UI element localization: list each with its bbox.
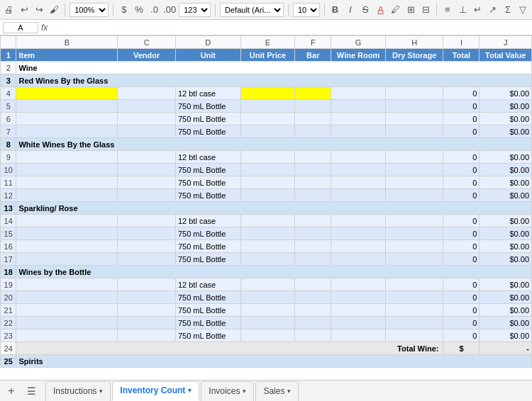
- cell-unit-price-11[interactable]: [240, 176, 295, 189]
- align-icon[interactable]: ≡: [441, 3, 453, 17]
- cell-wine-room-12[interactable]: [331, 189, 386, 202]
- strikethrough-icon[interactable]: S: [359, 3, 371, 17]
- col-header-a[interactable]: [1, 36, 16, 49]
- cell-vendor-4[interactable]: [118, 87, 176, 100]
- cell-wine-room-10[interactable]: [331, 164, 386, 176]
- cell-total-value-10[interactable]: $0.00: [480, 164, 532, 176]
- cell-total-16[interactable]: 0: [443, 240, 480, 253]
- cell-vendor-14[interactable]: [118, 215, 176, 227]
- cell-wine-room-5[interactable]: [331, 100, 386, 113]
- cell-unit-price-21[interactable]: [240, 304, 295, 317]
- sheet-menu-button[interactable]: ☰: [23, 383, 40, 400]
- number-format-select[interactable]: 123: [179, 3, 211, 17]
- cell-unit-9[interactable]: 12 btl case: [175, 151, 240, 164]
- merge-icon[interactable]: ⊟: [420, 3, 432, 17]
- cell-total-15[interactable]: 0: [443, 227, 480, 240]
- tab-instructions-arrow[interactable]: ▾: [99, 388, 103, 395]
- cell-dry-storage-21[interactable]: [385, 304, 443, 317]
- cell-total-6[interactable]: 0: [443, 113, 480, 125]
- cell-vendor-17[interactable]: [118, 253, 176, 266]
- text-color-icon[interactable]: A: [375, 3, 387, 17]
- cell-vendor-20[interactable]: [118, 291, 176, 304]
- cell-total-value-11[interactable]: $0.00: [480, 176, 532, 189]
- cell-wine-room-23[interactable]: [331, 329, 386, 342]
- cell-total-value-20[interactable]: $0.00: [480, 291, 532, 304]
- cell-vendor-6[interactable]: [118, 113, 176, 125]
- cell-unit-15[interactable]: 750 mL Bottle: [175, 227, 240, 240]
- cell-bar-10[interactable]: [295, 164, 331, 176]
- font-size-select[interactable]: 10: [293, 3, 320, 17]
- cell-unit-price-23[interactable]: [240, 329, 295, 342]
- cell-bar-21[interactable]: [295, 304, 331, 317]
- cell-total-value-5[interactable]: $0.00: [480, 100, 532, 113]
- cell-item-16[interactable]: [16, 240, 118, 253]
- cell-total-21[interactable]: 0: [443, 304, 480, 317]
- cell-wine-room-17[interactable]: [331, 253, 386, 266]
- cell-item-17[interactable]: [16, 253, 118, 266]
- cell-item-20[interactable]: [16, 291, 118, 304]
- cell-vendor-5[interactable]: [118, 100, 176, 113]
- cell-total-19[interactable]: 0: [443, 278, 480, 291]
- cell-item-19[interactable]: [16, 278, 118, 291]
- cell-item-12[interactable]: [16, 189, 118, 202]
- tab-inventory-count-arrow[interactable]: ▾: [188, 387, 192, 394]
- add-sheet-button[interactable]: +: [3, 383, 20, 400]
- cell-unit-12[interactable]: 750 mL Bottle: [175, 189, 240, 202]
- cell-total-14[interactable]: 0: [443, 215, 480, 227]
- cell-bar-7[interactable]: [295, 125, 331, 138]
- cell-unit-21[interactable]: 750 mL Bottle: [175, 304, 240, 317]
- cell-unit-19[interactable]: 12 btl case: [175, 278, 240, 291]
- cell-vendor-16[interactable]: [118, 240, 176, 253]
- cell-unit-price-10[interactable]: [240, 164, 295, 176]
- col-header-b[interactable]: B: [16, 36, 118, 49]
- decimal00-icon[interactable]: .00: [163, 3, 176, 17]
- cell-unit-price-14[interactable]: [240, 215, 295, 227]
- cell-bar-9[interactable]: [295, 151, 331, 164]
- cell-bar-20[interactable]: [295, 291, 331, 304]
- cell-item-15[interactable]: [16, 227, 118, 240]
- cell-total-22[interactable]: 0: [443, 317, 480, 329]
- cell-dry-storage-5[interactable]: [385, 100, 443, 113]
- redo-icon[interactable]: ↪: [33, 3, 45, 17]
- tab-sales-arrow[interactable]: ▾: [287, 388, 291, 395]
- cell-item-14[interactable]: [16, 215, 118, 227]
- cell-unit-11[interactable]: 750 mL Bottle: [175, 176, 240, 189]
- cell-wine-room-9[interactable]: [331, 151, 386, 164]
- cell-wine-room-20[interactable]: [331, 291, 386, 304]
- cell-unit-price-15[interactable]: [240, 227, 295, 240]
- highlight-color-icon[interactable]: 🖊: [389, 3, 401, 17]
- cell-vendor-19[interactable]: [118, 278, 176, 291]
- cell-vendor-22[interactable]: [118, 317, 176, 329]
- cell-unit-17[interactable]: 750 mL Bottle: [175, 253, 240, 266]
- cell-reference-input[interactable]: [3, 22, 38, 33]
- cell-dry-storage-11[interactable]: [385, 176, 443, 189]
- cell-vendor-10[interactable]: [118, 164, 176, 176]
- cell-dry-storage-15[interactable]: [385, 227, 443, 240]
- cell-item-11[interactable]: [16, 176, 118, 189]
- cell-unit-price-19[interactable]: [240, 278, 295, 291]
- cell-unit-23[interactable]: 750 mL Bottle: [175, 329, 240, 342]
- cell-total-value-14[interactable]: $0.00: [480, 215, 532, 227]
- cell-total-4[interactable]: 0: [443, 87, 480, 100]
- cell-bar-11[interactable]: [295, 176, 331, 189]
- cell-bar-23[interactable]: [295, 329, 331, 342]
- cell-total-value-7[interactable]: $0.00: [480, 125, 532, 138]
- cell-total-value-16[interactable]: $0.00: [480, 240, 532, 253]
- cell-unit-16[interactable]: 750 mL Bottle: [175, 240, 240, 253]
- cell-bar-16[interactable]: [295, 240, 331, 253]
- cell-bar-4[interactable]: [295, 87, 331, 100]
- cell-total-value-17[interactable]: $0.00: [480, 253, 532, 266]
- cell-unit-6[interactable]: 750 mL Bottle: [175, 113, 240, 125]
- cell-total-7[interactable]: 0: [443, 125, 480, 138]
- cell-wine-room-11[interactable]: [331, 176, 386, 189]
- cell-dry-storage-16[interactable]: [385, 240, 443, 253]
- cell-unit-7[interactable]: 750 mL Bottle: [175, 125, 240, 138]
- cell-bar-14[interactable]: [295, 215, 331, 227]
- cell-unit-22[interactable]: 750 mL Bottle: [175, 317, 240, 329]
- col-header-c[interactable]: C: [118, 36, 176, 49]
- wrap-icon[interactable]: ↵: [472, 3, 484, 17]
- cell-dry-storage-12[interactable]: [385, 189, 443, 202]
- cell-total-9[interactable]: 0: [443, 151, 480, 164]
- cell-dry-storage-23[interactable]: [385, 329, 443, 342]
- cell-dry-storage-4[interactable]: [385, 87, 443, 100]
